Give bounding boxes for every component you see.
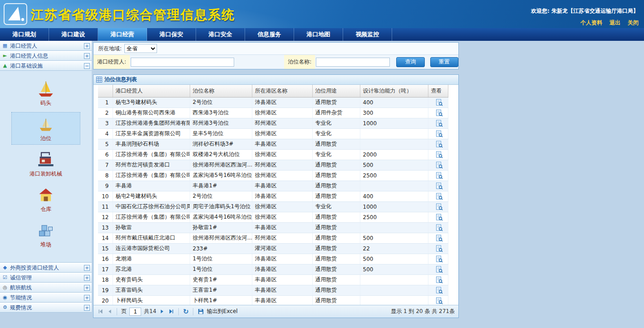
first-page-button[interactable] [97,308,103,315]
row-number: 8 [98,170,113,181]
prev-page-button[interactable] [106,308,113,315]
table-row[interactable]: 2 铜山港务有限公司西朱港 西朱港3号泊位 徐州港区 通用件杂货 300 [98,108,448,118]
query-button[interactable]: 查询 [396,57,424,67]
close-link[interactable]: 关闭 [628,19,639,27]
expand-icon[interactable]: + [84,305,90,311]
view-icon[interactable] [436,120,443,127]
table-row[interactable]: 14 邳州市戴庄镇戴庄北港口 徐州港邳州港区西汝河… 邳州港区 通用散货 500 [98,233,448,243]
nav-tab-video-monitor[interactable]: 视频监控 [343,28,392,41]
view-icon[interactable] [436,245,443,252]
view-icon[interactable] [436,130,443,137]
facility-item-wharf[interactable]: 码头 [12,77,80,109]
sidebar-item-foreign-operator[interactable]: ◆ 外商投资港口经营人 + [0,263,92,273]
table-row[interactable]: 4 江苏呈丰金属资源有限公司 呈丰5号泊位 徐州港区 专业化 [98,128,448,139]
sidebar-item-credit-management[interactable]: ☑ 诚信管理 + [0,273,92,283]
sidebar-item-operator-info[interactable]: ► 港口经营人信息 + [0,51,92,61]
profile-link[interactable]: 个人资料 [580,19,602,27]
view-icon[interactable] [436,266,443,273]
expand-icon[interactable]: + [84,265,90,271]
table-row[interactable]: 20 卜样民码头 卜样民1# 丰县港区 通用散货 [98,295,448,305]
route-icon: ◎ [2,284,8,291]
view-icon[interactable] [436,182,443,190]
view-icon[interactable] [436,287,443,294]
col-capacity[interactable]: 设计靠泊能力（吨） [360,85,428,97]
table-row[interactable]: 17 苏北港 1号泊位 沛县港区 通用散货 500 [98,264,448,274]
col-berth-name[interactable]: 泊位名称 [190,85,252,97]
table-row[interactable]: 5 丰县润翔砂石料场 润祥砂石料场3# 丰县港区 通用散货 [98,139,448,149]
col-port-area[interactable]: 所在港区名称 [252,85,312,97]
nav-tab-port-security[interactable]: 港口保安 [147,28,196,41]
sidebar-item-port-operator[interactable]: ▦ 港口经营人 + [0,41,92,51]
operator-input[interactable] [131,58,234,67]
table-row[interactable]: 1 杨屯3号建材码头 2号泊位 沛县港区 通用散货 400 [98,97,448,108]
reset-button[interactable]: 重置 [430,57,458,67]
cell-usage: 通用散货 [312,170,360,181]
sidebar-item-flight-routes[interactable]: ◎ 航班航线 + [0,283,92,293]
nav-tab-port-construction[interactable]: 港口建设 [49,28,98,41]
table-row[interactable]: 18 史有贵码头 史有贵1# 丰县港区 通用散货 [98,274,448,285]
nav-tab-port-safety[interactable]: 港口安全 [196,28,245,41]
table-row[interactable]: 12 江苏徐州港务（集团）有限公司 孟家沟港4号16吨吊泊位 徐州港区 通用散货… [98,212,448,222]
last-page-button[interactable] [168,308,174,315]
view-icon[interactable] [436,297,443,304]
facility-item-machinery[interactable]: 港口装卸机械 [12,148,80,180]
view-icon[interactable] [436,276,443,284]
view-icon[interactable] [436,99,443,106]
cell-view [428,108,448,118]
table-row[interactable]: 8 江苏徐州港务（集团）有限公司 孟家沟港5号16吨吊泊位 徐州港区 通用散货 … [98,170,448,181]
sidebar-item-port-infrastructure[interactable]: ▲ 港口基础设施 − [0,61,92,71]
view-icon[interactable] [436,224,443,231]
view-icon[interactable] [436,141,443,148]
table-row[interactable]: 10 杨屯2号建材码头 2号泊位 沛县港区 通用散货 400 [98,191,448,201]
expand-icon[interactable]: + [84,43,90,49]
col-usage[interactable]: 泊位用途 [312,85,360,97]
logout-link[interactable]: 退出 [610,19,620,27]
table-row[interactable]: 15 连云港市国际货柜公司 233# 灌河港区 通用散货 22 [98,243,448,254]
facility-item-warehouse[interactable]: 仓库 [12,183,80,215]
facility-item-berth[interactable]: 泊位 [12,113,80,144]
collapse-icon[interactable]: − [84,63,90,69]
cell-usage: 专业化 [312,128,360,139]
next-page-button[interactable] [159,308,165,315]
table-row[interactable]: 19 王喜雷码头 王喜雷1# 丰县港区 通用散货 [98,285,448,295]
expand-icon[interactable]: + [84,53,90,59]
view-icon[interactable] [436,214,443,221]
warehouse-icon [37,186,55,204]
table-row[interactable]: 11 中国石化江苏徐州石油分公司周… 周宅子油库码头1号泊位 徐州港区 专业化 … [98,201,448,212]
view-icon[interactable] [436,235,443,242]
cell-berth-name: 润祥砂石料场3# [190,139,252,149]
table-row[interactable]: 6 江苏徐州港务（集团）有限公司 双楼港2号大机泊位 徐州港区 专业化 2000 [98,149,448,160]
expand-icon[interactable]: + [84,285,90,291]
expand-icon[interactable]: + [84,295,90,301]
expand-icon[interactable]: + [84,275,90,281]
table-row[interactable]: 13 孙敬雷 孙敬雷1# 丰县港区 通用散货 [98,222,448,233]
view-icon[interactable] [436,255,443,263]
page-input[interactable] [129,308,141,316]
nav-tab-port-operation[interactable]: 港口经营 [98,28,147,41]
table-row[interactable]: 9 丰县港 丰县港1# 丰县港区 通用散货 [98,181,448,191]
table-header-row: 港口经营人 泊位名称 所在港区名称 泊位用途 设计靠泊能力（吨） 查看 [98,85,448,97]
sidebar-item-energy-saving[interactable]: ◉ 节能情况 + [0,293,92,303]
export-excel-link[interactable]: 输出到Excel [207,308,238,315]
table-row[interactable]: 7 邳州市岔河镇贵发港口 徐州港邳州港区西泇河… 邳州港区 通用散货 500 [98,160,448,170]
col-operator[interactable]: 港口经营人 [113,85,190,97]
table-row[interactable]: 3 江苏徐州港港务集团邳州港有限公司 邳州港3号泊位 邳州港区 专业化 1000 [98,118,448,128]
sidebar-item-fees[interactable]: ⚙ 规费情况 + [0,303,92,313]
refresh-icon[interactable]: ↻ [183,308,189,315]
cell-capacity: 1000 [360,201,428,212]
view-icon[interactable] [436,109,443,117]
region-select[interactable]: 全省 [124,44,157,53]
view-icon[interactable] [436,193,443,200]
nav-tab-port-map[interactable]: 港口地图 [294,28,343,41]
view-icon[interactable] [436,162,443,169]
nav-tab-port-planning[interactable]: 港口规划 [0,28,49,41]
cell-capacity [360,274,428,285]
table-row[interactable]: 16 龙潮港 1号泊位 沛县港区 通用散货 500 [98,254,448,264]
view-icon[interactable] [436,151,443,158]
nav-tab-info-service[interactable]: 信息服务 [245,28,294,41]
berth-name-input[interactable] [316,58,390,67]
facility-item-yard[interactable]: 堆场 [12,219,80,250]
view-icon[interactable] [436,203,443,211]
app-logo [4,3,27,25]
view-icon[interactable] [436,172,443,179]
